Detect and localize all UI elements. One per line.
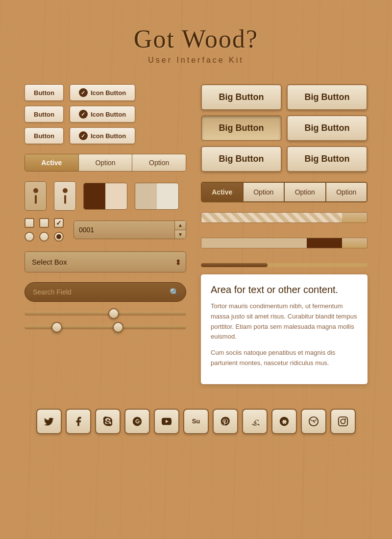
- progress-bar-thin-fill: [201, 263, 268, 267]
- dribbble-icon[interactable]: [301, 409, 326, 434]
- big-button-3[interactable]: Big Button: [201, 115, 282, 141]
- search-icon: 🔍: [170, 288, 179, 297]
- number-spinners: ▲ ▼: [174, 221, 186, 239]
- icon-button-1[interactable]: ✓ Icon Button: [70, 84, 135, 101]
- select-box[interactable]: Select Box Option 1 Option 2 Option 3: [24, 251, 186, 272]
- slider-2-thumb-right[interactable]: [113, 322, 123, 333]
- segment-left-option2[interactable]: Option: [132, 154, 186, 171]
- radio-2[interactable]: [39, 232, 49, 242]
- social-icons-row: Su: [24, 409, 368, 434]
- progress-bar-dark-wrap: [201, 238, 368, 248]
- slider-1-wrap: [24, 312, 186, 316]
- facebook-icon[interactable]: [66, 409, 91, 434]
- instagram-icon[interactable]: [330, 409, 356, 434]
- toggle-switch-off[interactable]: [54, 181, 76, 211]
- checkbox-1[interactable]: [24, 218, 34, 228]
- content-area-text-2: Cum sociis natoque penatibus et magnis d…: [211, 348, 358, 368]
- big-button-2[interactable]: Big Button: [287, 84, 368, 110]
- twitter-icon[interactable]: [36, 409, 62, 434]
- progress-bar-striped-fill: [201, 213, 342, 222]
- button-2[interactable]: Button: [24, 106, 64, 122]
- select-box-wrap: Select Box Option 1 Option 2 Option 3 ⬍: [24, 251, 186, 272]
- segment-right-option1[interactable]: Option: [244, 183, 285, 201]
- pinterest-icon[interactable]: [213, 409, 238, 434]
- check-icon-2: ✓: [79, 110, 88, 119]
- slider-2-wrap: [24, 325, 186, 329]
- slider-2-thumb-left[interactable]: [51, 322, 62, 333]
- svg-point-2: [341, 419, 345, 423]
- spinner-up[interactable]: ▲: [175, 221, 186, 230]
- content-area-title: Area for text or other content.: [211, 284, 358, 295]
- svg-point-3: [345, 418, 346, 419]
- number-input[interactable]: [74, 226, 174, 234]
- content-area-text-1: Tortor mauris condimentum nibh, ut ferme…: [211, 301, 358, 342]
- google-icon[interactable]: [124, 409, 150, 434]
- slider-2-track: [24, 325, 186, 329]
- search-wrap: 🔍: [24, 282, 186, 302]
- toggle-line-1: [35, 195, 37, 204]
- segment-control-left: Active Option Option: [24, 154, 186, 172]
- segment-right-option3[interactable]: Option: [326, 183, 367, 201]
- icon-button-3[interactable]: ✓ Icon Button: [70, 127, 135, 144]
- youtube-icon[interactable]: [154, 409, 179, 434]
- segment-control-right: Active Option Option Option: [201, 182, 368, 202]
- radio-3[interactable]: [54, 232, 64, 242]
- segment-left-active[interactable]: Active: [25, 154, 79, 171]
- svg-rect-1: [339, 417, 347, 426]
- progress-bar-dark-fill: [201, 238, 342, 248]
- segment-right-option2[interactable]: Option: [285, 183, 326, 201]
- check-icon-3: ✓: [79, 131, 88, 140]
- stumbleupon-icon[interactable]: Su: [183, 409, 209, 434]
- segment-left-option1[interactable]: Option: [79, 154, 133, 171]
- check-icon-1: ✓: [79, 88, 88, 97]
- page-title: Got Wood?: [24, 24, 368, 53]
- big-button-5[interactable]: Big Button: [201, 146, 282, 172]
- page-subtitle: User Interface Kit: [24, 56, 368, 65]
- content-area: Area for text or other content. Tortor m…: [201, 274, 368, 384]
- color-swatch-dark: [83, 183, 127, 210]
- color-swatch-light: [135, 183, 179, 210]
- search-input[interactable]: [24, 282, 186, 302]
- amazon-icon[interactable]: [242, 409, 268, 434]
- big-buttons-grid: Big Button Big Button Big Button Big But…: [201, 84, 368, 172]
- icon-button-2[interactable]: ✓ Icon Button: [70, 106, 135, 122]
- progress-bar-striped-bg: [201, 212, 368, 223]
- checkbox-3[interactable]: [54, 218, 64, 228]
- checkbox-2[interactable]: [39, 218, 49, 228]
- toggle-dot-1: [33, 188, 38, 193]
- segment-right-active[interactable]: Active: [202, 183, 244, 201]
- appstore-icon[interactable]: [271, 409, 297, 434]
- button-3[interactable]: Button: [24, 127, 64, 144]
- button-1[interactable]: Button: [24, 84, 64, 101]
- toggle-dot-2: [63, 188, 68, 193]
- big-button-6[interactable]: Big Button: [287, 146, 368, 172]
- progress-bar-dark-bg: [201, 238, 368, 248]
- spinner-down[interactable]: ▼: [175, 230, 186, 239]
- toggle-line-2: [64, 195, 66, 204]
- toggle-switch-on[interactable]: [24, 181, 47, 211]
- big-button-4[interactable]: Big Button: [287, 115, 368, 141]
- big-button-1[interactable]: Big Button: [201, 84, 282, 110]
- slider-1-thumb[interactable]: [108, 308, 119, 319]
- slider-1-track: [24, 312, 186, 316]
- radio-1[interactable]: [24, 232, 34, 242]
- number-input-wrap: ▲ ▼: [74, 220, 186, 239]
- progress-bar-striped-wrap: [201, 212, 368, 223]
- progress-bar-thin: [201, 263, 368, 267]
- skype-icon[interactable]: [95, 409, 121, 434]
